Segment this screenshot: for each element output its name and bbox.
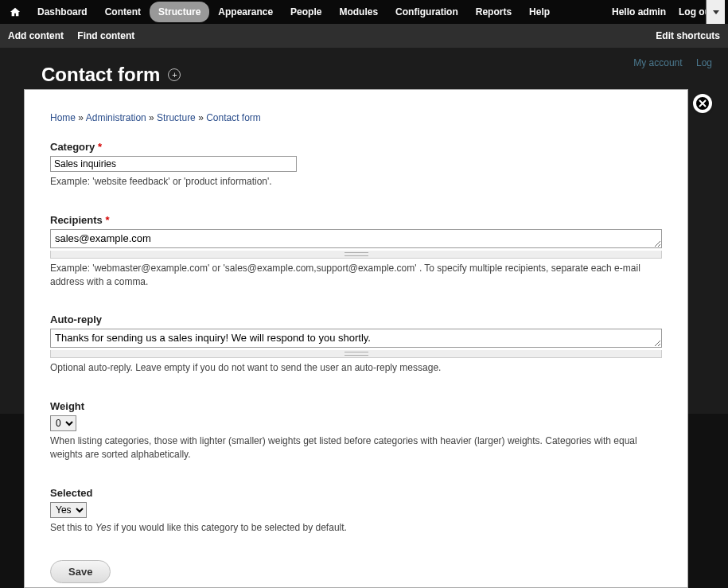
field-category: Category * Example: 'website feedback' o… xyxy=(50,141,662,189)
crumb-administration[interactable]: Administration xyxy=(86,112,146,123)
home-icon[interactable] xyxy=(10,6,21,18)
menu-item-dashboard[interactable]: Dashboard xyxy=(29,2,96,22)
weight-select[interactable]: 0 xyxy=(50,415,76,431)
menu-item-reports[interactable]: Reports xyxy=(467,2,520,22)
autoreply-label: Auto-reply xyxy=(50,313,662,325)
recipients-help: Example: 'webmaster@example.com' or 'sal… xyxy=(50,262,662,289)
field-autoreply: Auto-reply Thanks for sending us a sales… xyxy=(50,313,662,375)
category-label: Category * xyxy=(50,141,662,153)
menu-item-configuration[interactable]: Configuration xyxy=(387,2,467,22)
shortcut-find-content[interactable]: Find content xyxy=(77,30,134,41)
menu-item-modules[interactable]: Modules xyxy=(330,2,387,22)
recipients-resize-handle[interactable] xyxy=(50,251,662,259)
category-help: Example: 'website feedback' or 'product … xyxy=(50,175,662,189)
autoreply-resize-handle[interactable] xyxy=(50,350,662,358)
menu-item-content[interactable]: Content xyxy=(96,2,150,22)
admin-menu: Dashboard Content Structure Appearance P… xyxy=(29,2,559,22)
menu-item-structure[interactable]: Structure xyxy=(150,2,209,22)
add-shortcut-icon[interactable]: + xyxy=(168,68,181,81)
selected-help: Set this to Yes if you would like this c… xyxy=(50,521,662,535)
toolbar-toggle[interactable] xyxy=(706,0,725,24)
admin-overlay: Contact form + Home » Administration » S… xyxy=(24,60,704,588)
menu-item-people[interactable]: People xyxy=(282,2,330,22)
shortcut-add-content[interactable]: Add content xyxy=(8,30,64,41)
hello-user: Hello admin xyxy=(612,6,666,18)
selected-label: Selected xyxy=(50,487,662,499)
recipients-textarea[interactable]: sales@example.com xyxy=(50,229,662,248)
field-weight: Weight 0 When listing categories, those … xyxy=(50,400,662,461)
recipients-label: Recipients * xyxy=(50,214,662,226)
field-recipients: Recipients * sales@example.com Example: … xyxy=(50,214,662,289)
crumb-structure[interactable]: Structure xyxy=(157,112,196,123)
overlay-body: Home » Administration » Structure » Cont… xyxy=(24,89,688,588)
autoreply-textarea[interactable]: Thanks for sending us a sales inquiry! W… xyxy=(50,329,662,348)
category-input[interactable] xyxy=(50,156,297,172)
overlay-title: Contact form xyxy=(41,64,160,86)
admin-toolbar: Dashboard Content Structure Appearance P… xyxy=(0,0,728,24)
overlay-close-button[interactable] xyxy=(695,95,710,111)
crumb-home[interactable]: Home xyxy=(50,112,76,123)
menu-item-appearance[interactable]: Appearance xyxy=(209,2,282,22)
save-button[interactable]: Save xyxy=(50,560,111,583)
crumb-contact-form[interactable]: Contact form xyxy=(206,112,261,123)
edit-shortcuts-link[interactable]: Edit shortcuts xyxy=(656,30,720,41)
menu-item-help[interactable]: Help xyxy=(520,2,559,22)
selected-select[interactable]: Yes xyxy=(50,502,87,518)
weight-label: Weight xyxy=(50,400,662,412)
breadcrumb: Home » Administration » Structure » Cont… xyxy=(50,112,662,123)
weight-help: When listing categories, those with ligh… xyxy=(50,434,662,461)
shortcut-bar: Add content Find content Edit shortcuts xyxy=(0,24,728,48)
autoreply-help: Optional auto-reply. Leave empty if you … xyxy=(50,361,662,375)
field-selected: Selected Yes Set this to Yes if you woul… xyxy=(50,487,662,535)
overlay-titlebar: Contact form + xyxy=(24,60,704,89)
